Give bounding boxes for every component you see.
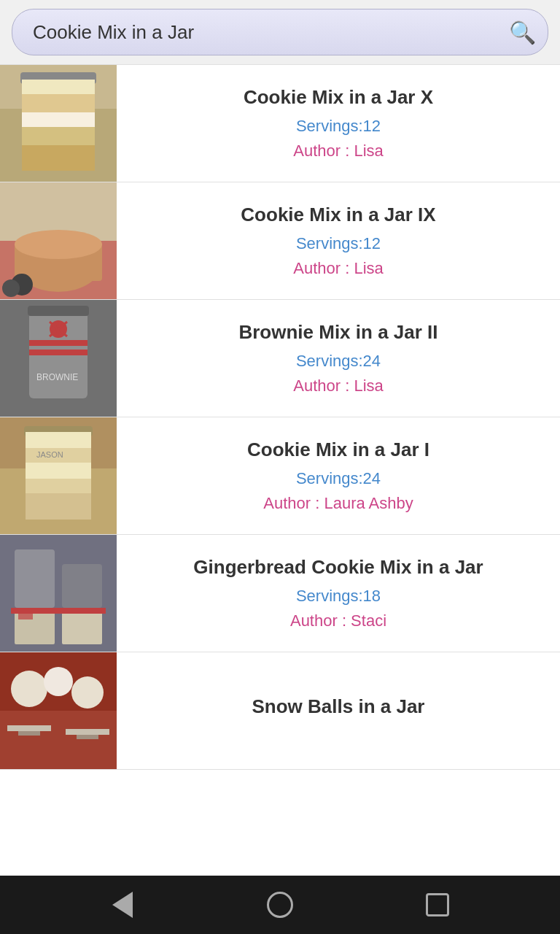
recipe-info: Cookie Mix in a Jar IServings:24Author :… (117, 427, 560, 524)
svg-rect-33 (26, 493, 91, 520)
svg-rect-18 (28, 306, 89, 316)
svg-rect-19 (29, 340, 88, 346)
svg-rect-6 (22, 112, 95, 127)
recipe-servings: Servings:24 (131, 469, 545, 488)
svg-rect-43 (0, 711, 117, 769)
recipe-item[interactable]: Gingerbread Cookie Mix in a JarServings:… (0, 535, 560, 652)
svg-rect-32 (26, 479, 91, 493)
recipe-author: Author : Lisa (131, 142, 545, 161)
nav-back-button[interactable] (104, 887, 141, 923)
recipe-item[interactable]: Cookie Mix in a Jar XServings:12Author :… (0, 64, 560, 182)
svg-rect-36 (15, 549, 55, 608)
recipe-item[interactable]: Snow Balls in a Jar (0, 652, 560, 770)
recipe-servings: Servings:12 (131, 234, 545, 253)
svg-rect-47 (7, 725, 51, 731)
nav-home-button[interactable] (262, 887, 298, 923)
recipe-thumbnail (0, 182, 117, 299)
svg-rect-49 (18, 731, 40, 736)
svg-point-45 (44, 667, 73, 696)
svg-rect-38 (62, 564, 102, 608)
svg-rect-40 (11, 608, 106, 614)
svg-point-13 (15, 230, 102, 259)
recipe-title: Cookie Mix in a Jar X (131, 86, 545, 109)
recipe-author: Author : Staci (131, 611, 545, 630)
recipe-info: Gingerbread Cookie Mix in a JarServings:… (117, 544, 560, 641)
recipe-author: Author : Lisa (131, 259, 545, 278)
recipe-item[interactable]: Cookie Mix in a Jar IXServings:12Author … (0, 182, 560, 300)
recipe-thumbnail (0, 65, 117, 182)
svg-rect-31 (26, 463, 91, 479)
recipe-info: Cookie Mix in a Jar XServings:12Author :… (117, 74, 560, 171)
recipe-title: Snow Balls in a Jar (131, 695, 545, 718)
home-circle-icon (267, 892, 293, 918)
svg-rect-29 (26, 432, 91, 448)
recipe-author: Author : Laura Ashby (131, 494, 545, 513)
svg-point-44 (11, 671, 47, 707)
svg-point-15 (2, 279, 20, 297)
svg-rect-20 (29, 350, 88, 355)
search-bar: 🔍 (12, 9, 548, 55)
svg-rect-41 (18, 614, 33, 620)
recipe-servings: Servings:18 (131, 587, 545, 606)
recipe-thumbnail (0, 652, 117, 769)
recipe-servings: Servings:24 (131, 352, 545, 371)
recent-square-icon (426, 893, 449, 916)
svg-rect-50 (77, 735, 98, 739)
search-input[interactable] (33, 21, 509, 44)
recipe-list: Cookie Mix in a Jar XServings:12Author :… (0, 64, 560, 876)
svg-text:BROWNIE: BROWNIE (36, 372, 78, 382)
navigation-bar (0, 876, 560, 934)
recipe-thumbnail: BROWNIE (0, 300, 117, 417)
recipe-title: Cookie Mix in a Jar IX (131, 204, 545, 226)
svg-text:JASON: JASON (36, 450, 63, 459)
recipe-info: Cookie Mix in a Jar IXServings:12Author … (117, 192, 560, 289)
recipe-thumbnail (0, 535, 117, 652)
recipe-info: Brownie Mix in a Jar IIServings:24Author… (117, 309, 560, 406)
recipe-item[interactable]: JASON Cookie Mix in a Jar IServings:24Au… (0, 417, 560, 535)
recipe-info: Snow Balls in a Jar (117, 684, 560, 737)
svg-rect-4 (22, 80, 95, 94)
svg-rect-7 (22, 127, 95, 145)
nav-recent-button[interactable] (419, 887, 456, 923)
svg-rect-5 (22, 94, 95, 112)
recipe-thumbnail: JASON (0, 417, 117, 534)
recipe-title: Brownie Mix in a Jar II (131, 321, 545, 344)
search-icon[interactable]: 🔍 (509, 20, 536, 45)
recipe-author: Author : Lisa (131, 377, 545, 395)
recipe-title: Cookie Mix in a Jar I (131, 439, 545, 461)
back-triangle-icon (112, 892, 133, 918)
svg-rect-48 (66, 729, 109, 735)
recipe-servings: Servings:12 (131, 117, 545, 136)
recipe-title: Gingerbread Cookie Mix in a Jar (131, 556, 545, 579)
recipe-item[interactable]: BROWNIE Brownie Mix in a Jar IIServings:… (0, 300, 560, 417)
svg-point-46 (71, 676, 104, 709)
svg-rect-8 (22, 145, 95, 171)
